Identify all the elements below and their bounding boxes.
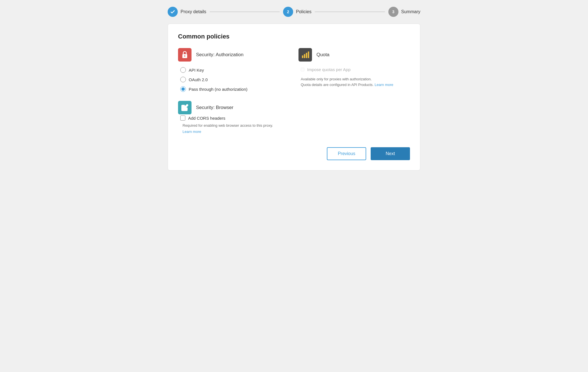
step-circle-policies: 2 [283,7,293,17]
policies-grid: Security: Authorization API Key OAuth 2.… [178,48,410,92]
security-authorization-section: Security: Authorization API Key OAuth 2.… [178,48,290,92]
security-browser-title: Security: Browser [196,105,233,110]
quota-icon [298,48,312,62]
step-connector-1 [210,12,280,12]
security-browser-header: Security: Browser [178,101,410,114]
security-browser-section: Security: Browser Add CORS headers Requi… [178,101,410,134]
impose-quota-checkbox[interactable] [301,68,304,71]
impose-quota-label: Impose quotas per App [307,67,350,72]
step-label-proxy-details: Proxy details [181,9,206,14]
pass-through-radio[interactable] [180,86,186,92]
previous-button[interactable]: Previous [327,147,366,160]
security-browser-icon [178,101,192,114]
next-button[interactable]: Next [371,147,410,160]
quota-checkbox-wrapper: Impose quotas per App [301,67,410,72]
pass-through-option[interactable]: Pass through (no authorization) [180,86,290,92]
step-connector-2 [315,12,385,12]
oauth-option[interactable]: OAuth 2.0 [180,77,290,82]
quota-help-text: Available only for proxies with authoriz… [301,76,410,87]
security-authorization-header: Security: Authorization [178,48,290,62]
quota-title: Quota [316,52,329,58]
svg-rect-2 [302,55,303,58]
quota-learn-more-link[interactable]: Learn more [375,83,393,87]
cors-help-text: Required for enabling web browser access… [183,123,410,128]
api-key-radio[interactable] [180,67,186,73]
step-summary: 3 Summary [388,7,420,17]
svg-point-1 [184,55,185,56]
cors-checkbox[interactable] [180,115,185,121]
step-proxy-details: Proxy details [168,7,206,17]
stepper: Proxy details 2 Policies 3 Summary [168,7,420,17]
cors-checkbox-option[interactable]: Add CORS headers [180,115,410,121]
step-label-policies: Policies [296,9,311,14]
step-circle-summary: 3 [388,7,398,17]
cors-learn-more-link[interactable]: Learn more [183,130,201,134]
oauth-label: OAuth 2.0 [189,77,208,82]
quota-header: Quota [298,48,410,62]
security-authorization-icon [178,48,192,62]
oauth-radio[interactable] [180,77,186,82]
svg-rect-5 [308,51,309,58]
security-authorization-title: Security: Authorization [196,52,243,58]
authorization-options: API Key OAuth 2.0 Pass through (no autho… [180,67,290,92]
api-key-label: API Key [189,68,204,72]
step-circle-proxy-details [168,7,178,17]
svg-rect-4 [306,53,307,58]
quota-section: Quota Impose quotas per App Available on… [298,48,410,92]
main-card: Common policies Security: Authorization [168,24,420,171]
svg-rect-3 [304,54,305,58]
footer-buttons: Previous Next [178,147,410,160]
card-title: Common policies [178,33,410,40]
pass-through-label: Pass through (no authorization) [189,87,247,92]
step-label-summary: Summary [401,9,420,14]
api-key-option[interactable]: API Key [180,67,290,73]
step-policies: 2 Policies [283,7,311,17]
cors-label: Add CORS headers [188,116,225,121]
